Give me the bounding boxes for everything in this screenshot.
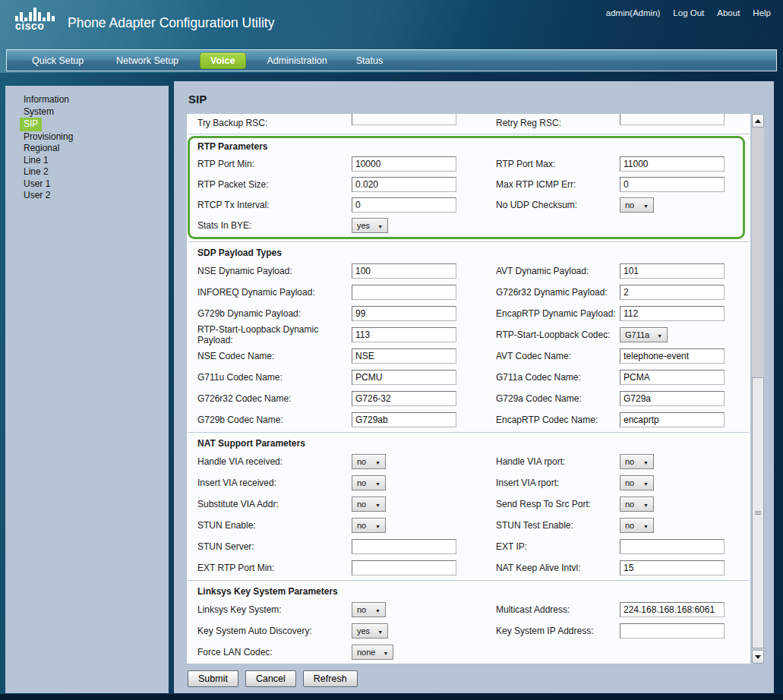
input-multicast-address[interactable] [620,602,725,617]
input-rtp-packet-size[interactable] [352,177,456,192]
input-ext-rtp-port-min[interactable] [352,560,456,575]
tab-status[interactable]: Status [356,55,383,66]
input-g711u-codec-name[interactable] [352,370,456,385]
tab-network-setup[interactable]: Network Setup [116,55,178,66]
select-key-system-auto-discovery[interactable]: yes [352,623,388,639]
input-rtp-port-max[interactable] [620,156,725,172]
select-value: no [625,500,636,509]
sidebar-item-line-1[interactable]: Line 1 [24,155,169,167]
field-label: RTP-Start-Loopback Codec: [496,330,620,340]
input-avt-dynamic-payload[interactable] [620,263,725,279]
scroll-track[interactable] [752,128,764,650]
field-label: Try Backup RSC: [197,118,352,128]
sidebar-item-user-1[interactable]: User 1 [24,178,169,191]
input-inforeq-dynamic-payload[interactable] [352,285,456,300]
select-stun-enable[interactable]: no [352,518,386,533]
input-g729b-codec-name[interactable] [352,412,456,427]
field-cell [620,539,750,554]
input-nat-keep-alive-intvl[interactable] [620,560,725,575]
input-encaprtp-codec-name[interactable] [620,412,725,427]
scroll-up-arrow-icon [755,119,761,123]
input-rtp-port-min[interactable] [352,156,456,172]
input-g711a-codec-name[interactable] [620,370,725,385]
sidebar-item-regional[interactable]: Regional [24,143,169,155]
header-link-help[interactable]: Help [753,8,771,17]
scroll-down-button[interactable] [752,650,764,664]
tab-quick-setup[interactable]: Quick Setup [32,55,84,66]
input-rtp-start-loopback-dynamic-payload[interactable] [352,327,456,342]
sidebar-item-information[interactable]: Information [24,94,169,106]
dropdown-caret-icon [657,330,662,339]
field-cell: no [352,602,496,617]
field-label: EXT IP: [496,541,620,552]
select-stun-test-enable[interactable]: no [620,518,654,533]
scroll-up-button[interactable] [752,114,764,128]
header-link-log-out[interactable]: Log Out [673,8,704,17]
sidebar-item-user-2[interactable]: User 2 [24,190,169,202]
form-row: Force LAN Codec:none [187,642,750,663]
input-g726r32-codec-name[interactable] [352,391,456,406]
sidebar-item-line-2[interactable]: Line 2 [24,166,169,178]
tab-voice[interactable]: Voice [200,52,245,69]
select-no-udp-checksum[interactable]: no [620,197,654,213]
input-try-backup-rsc[interactable] [352,114,456,125]
form-row: Try Backup RSC:Retry Reg RSC: [187,114,750,132]
input-g729a-codec-name[interactable] [620,391,725,406]
field-cell: G711a [620,327,750,342]
field-label: NSE Dynamic Payload: [197,266,352,276]
header-link-about[interactable]: About [717,8,740,17]
input-key-system-ip-address[interactable] [620,623,725,639]
select-insert-via-received[interactable]: no [352,475,386,490]
scroll-thumb[interactable] [752,377,764,648]
cancel-button[interactable]: Cancel [245,670,296,687]
refresh-button[interactable]: Refresh [303,670,358,687]
select-stats-in-bye[interactable]: yes [352,218,388,233]
field-cell: no [352,497,496,512]
tab-administration[interactable]: Administration [267,55,327,66]
field-cell [352,306,496,321]
sidebar-item-system[interactable]: System [24,106,169,118]
sidebar: InformationSystemSIPProvisioningRegional… [5,86,169,693]
field-cell [352,348,496,364]
submit-button[interactable]: Submit [188,670,238,687]
input-g729b-dynamic-payload[interactable] [352,306,456,321]
sidebar-item-sip[interactable]: SIP [24,118,169,131]
select-substitute-via-addr[interactable]: no [352,497,386,512]
field-label: G711u Codec Name: [197,372,352,383]
field-cell [352,412,496,427]
select-force-lan-codec[interactable]: none [352,645,393,660]
input-g726r32-dynamic-payload[interactable] [620,285,725,300]
header-links: admin(Admin) Log OutAboutHelp [606,8,771,17]
select-value: no [357,605,368,614]
sidebar-item-provisioning[interactable]: Provisioning [24,131,169,143]
select-handle-via-received[interactable]: no [352,454,386,469]
field-label: INFOREQ Dynamic Payload: [197,287,352,298]
select-insert-via-rport[interactable]: no [620,475,654,490]
input-avt-codec-name[interactable] [620,348,725,364]
form-row: G729b Dynamic Payload:EncapRTP Dynamic P… [187,303,750,324]
input-encaprtp-dynamic-payload[interactable] [620,306,725,321]
select-send-resp-to-src-port[interactable]: no [620,497,654,512]
field-label: G729b Codec Name: [197,415,352,425]
field-label: Insert VIA received: [197,478,352,488]
select-rtp-start-loopback-codec[interactable]: G711a [620,327,668,342]
field-cell [620,306,750,321]
dropdown-caret-icon [383,648,388,657]
field-cell: yes [352,623,496,639]
dropdown-caret-icon [377,626,383,635]
dropdown-caret-icon [375,521,380,530]
input-stun-server[interactable] [352,539,456,554]
sidebar-item-label: Line 2 [24,166,49,178]
input-rtcp-tx-interval[interactable] [352,197,456,213]
select-value: no [625,457,636,466]
select-linksys-key-system[interactable]: no [352,602,386,617]
form-row: NSE Codec Name:AVT Codec Name: [187,345,750,367]
input-retry-reg-rsc[interactable] [620,114,725,125]
field-cell [620,156,743,172]
input-nse-codec-name[interactable] [352,348,456,364]
select-handle-via-rport[interactable]: no [620,454,654,469]
sidebar-item-label: Line 1 [24,155,49,167]
input-nse-dynamic-payload[interactable] [352,263,456,279]
input-max-rtp-icmp-err[interactable] [620,177,725,192]
input-ext-ip[interactable] [620,539,725,554]
